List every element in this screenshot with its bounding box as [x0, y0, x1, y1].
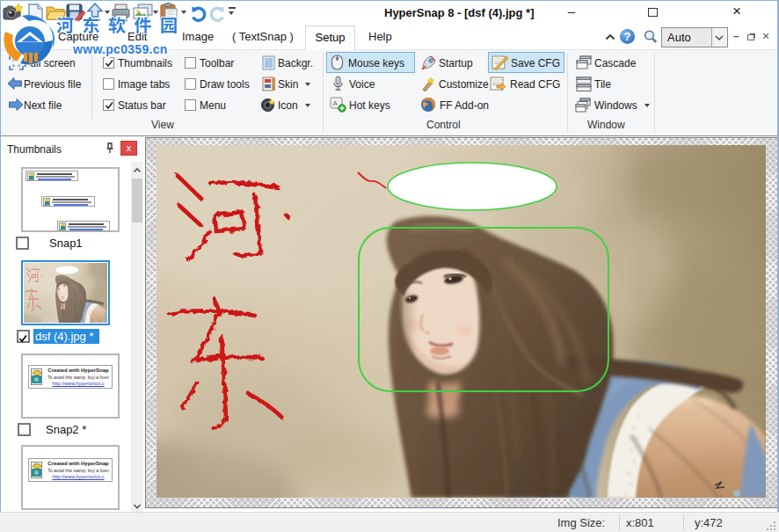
svg-text:A: A	[333, 99, 339, 107]
